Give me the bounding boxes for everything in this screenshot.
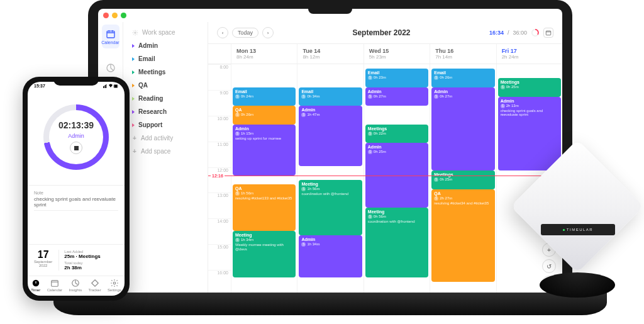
sidebar-workspace[interactable]: Work space bbox=[130, 26, 201, 39]
hour-label: 16:00 bbox=[208, 270, 231, 296]
time-sep: / bbox=[508, 30, 509, 36]
event-title: QA bbox=[235, 108, 293, 113]
event-duration: S0h 24m bbox=[235, 94, 293, 99]
activity-label: Reading bbox=[138, 95, 163, 102]
calendar-event[interactable]: MeetingsS0h 22m bbox=[365, 125, 428, 143]
calendar-event[interactable]: QAS2h 27mresolving #ticket34 and #ticket… bbox=[431, 189, 494, 282]
event-duration: S0h 34m bbox=[301, 94, 359, 99]
app-root: Calendar Work space AdminEmailMeetingsQA… bbox=[98, 22, 562, 296]
event-note: checking sprint goals and reevaluate spr… bbox=[501, 109, 558, 118]
event-note: resolving #ticket133 and #ticket35 bbox=[235, 196, 293, 201]
svg-rect-7 bbox=[105, 85, 106, 88]
note-input[interactable]: checking sprint goals and reevaluate spr… bbox=[34, 195, 118, 211]
sidebar-activity[interactable]: Meetings bbox=[130, 65, 201, 79]
hours-column: 8:009:0010:0011:0012:0013:0014:0015:0016… bbox=[208, 64, 231, 296]
day-col-wed[interactable]: EmailS0h 23mAdminS0h 27mMeetingsS0h 22mA… bbox=[364, 64, 430, 296]
sidebar-activity[interactable]: QA bbox=[130, 79, 201, 92]
calendar-event[interactable]: AdminS1h 47m bbox=[299, 106, 362, 166]
calendar-event[interactable]: MeetingsS0h 25m bbox=[498, 78, 561, 96]
summary-stats: Last Added25m · Meetings Total today2h 3… bbox=[58, 250, 100, 271]
tab-insights[interactable]: Insights bbox=[69, 279, 82, 292]
calendar-event[interactable]: AdminS0h 27m bbox=[365, 87, 428, 106]
svg-rect-4 bbox=[546, 31, 551, 35]
event-duration: S0h 27m bbox=[434, 94, 492, 99]
event-title: Admin bbox=[368, 89, 426, 94]
add-space-button[interactable]: +Add space bbox=[130, 145, 201, 158]
calendar-event[interactable]: AdminS1h 34m bbox=[299, 235, 362, 277]
tab-settings[interactable]: Settings bbox=[108, 279, 121, 292]
event-duration: S2h 27m bbox=[434, 196, 492, 201]
day-header[interactable]: Mon 138h 24m bbox=[231, 44, 297, 64]
hour-label: 14:00 bbox=[208, 218, 231, 244]
day-headers: Mon 138h 24mTue 148h 12mWed 155h 23mThu … bbox=[208, 44, 562, 64]
today-button[interactable]: Today bbox=[232, 28, 258, 38]
hour-label: 9:00 bbox=[208, 90, 231, 116]
svg-rect-6 bbox=[104, 86, 105, 88]
event-duration: S1h 15m bbox=[235, 131, 293, 136]
sidebar-activity[interactable]: Admin bbox=[130, 39, 201, 52]
day-header[interactable]: Fri 172h 24m bbox=[496, 44, 562, 64]
sidebar-activity[interactable]: Reading bbox=[130, 92, 201, 105]
prev-button[interactable]: ‹ bbox=[217, 27, 228, 38]
event-duration: S0h 27m bbox=[368, 94, 426, 99]
calendar-event[interactable]: AdminS0h 27m bbox=[431, 87, 494, 170]
phone-screen: 15:37 02:13:39 Admin Note checking sprin bbox=[28, 82, 125, 296]
calendar-event[interactable]: EmailS0h 26m bbox=[431, 69, 494, 87]
timer-ring: 02:13:39 Admin bbox=[43, 104, 109, 170]
tracker-device: TIMEULAR bbox=[521, 156, 634, 269]
calendar-event[interactable]: QAS0h 26m bbox=[233, 106, 296, 124]
sidebar-activity[interactable]: Research bbox=[130, 105, 201, 118]
next-button[interactable]: › bbox=[262, 27, 274, 38]
tab-tracker[interactable]: Tracker bbox=[89, 279, 101, 292]
minimize-window-button[interactable] bbox=[112, 13, 118, 18]
add-activity-button[interactable]: +Add activity bbox=[130, 131, 201, 145]
event-title: Meeting bbox=[368, 209, 426, 215]
progress-ring-icon bbox=[531, 28, 540, 37]
calendar-header: ‹ Today › September 2022 16:34 / 36:00 bbox=[208, 22, 562, 44]
stop-button[interactable] bbox=[70, 142, 82, 154]
event-title: QA bbox=[434, 191, 492, 196]
tab-timer[interactable]: Timer bbox=[31, 279, 40, 292]
svg-point-2 bbox=[135, 31, 136, 33]
timer-area: 02:13:39 Admin bbox=[28, 89, 125, 185]
day-header[interactable]: Thu 167h 14m bbox=[430, 44, 496, 64]
calendar-event[interactable]: AdminS1h 15msetting up sprint for mornee bbox=[233, 125, 296, 176]
calendar-event[interactable]: MeetingS0h 56mcoordination with @fronten… bbox=[365, 208, 428, 277]
timer-activity[interactable]: Admin bbox=[68, 133, 84, 139]
activity-label: Meetings bbox=[138, 69, 165, 75]
day-header[interactable]: Tue 148h 12m bbox=[297, 44, 363, 64]
calendar-event[interactable]: EmailS0h 24m bbox=[233, 87, 296, 106]
calendar-event[interactable]: MeetingS1h 34mWeekly mornee meeting with… bbox=[233, 231, 296, 277]
close-window-button[interactable] bbox=[103, 13, 109, 18]
sidebar-activity[interactable]: Email bbox=[130, 52, 201, 65]
day-summary: 2h 24m bbox=[502, 54, 557, 60]
maximize-window-button[interactable] bbox=[121, 13, 126, 18]
main-panel: ‹ Today › September 2022 16:34 / 36:00 bbox=[208, 22, 562, 296]
day-summary: 8h 12m bbox=[303, 54, 358, 60]
hour-label: 8:00 bbox=[208, 64, 231, 90]
day-col-thu[interactable]: EmailS0h 26mAdminS0h 27mMeetingsS0h 25mQ… bbox=[430, 64, 496, 296]
hour-label: 11:00 bbox=[208, 142, 231, 167]
day-header[interactable]: Wed 155h 23m bbox=[364, 44, 430, 64]
view-toggle-button[interactable] bbox=[543, 28, 553, 38]
event-title: Email bbox=[434, 70, 492, 75]
calendar-event[interactable]: QAS1h 56mresolving #ticket133 and #ticke… bbox=[233, 184, 296, 231]
calendar-event[interactable]: MeetingsS0h 25m bbox=[431, 170, 494, 189]
timer-elapsed: 02:13:39 bbox=[58, 120, 94, 130]
sidebar-activity[interactable]: Support bbox=[130, 118, 201, 131]
laptop-frame: Calendar Work space AdminEmailMeetingsQA… bbox=[88, 0, 572, 296]
event-duration: S1h 56m bbox=[301, 187, 359, 191]
calendar-event[interactable]: EmailS0h 34m bbox=[299, 87, 362, 106]
day-name: Mon 13 bbox=[236, 48, 292, 54]
calendar-grid[interactable]: 8:009:0010:0011:0012:0013:0014:0015:0016… bbox=[208, 64, 562, 296]
day-col-mon[interactable]: EmailS0h 24mQAS0h 26mAdminS1h 15msetting… bbox=[231, 64, 297, 296]
rail-calendar[interactable]: Calendar bbox=[102, 25, 119, 48]
tracker-body bbox=[511, 140, 644, 273]
tab-calendar[interactable]: Calendar bbox=[47, 279, 62, 292]
calendar-event[interactable]: MeetingS1h 56mcoordination with @fronten… bbox=[299, 180, 362, 235]
day-col-tue[interactable]: EmailS0h 34mAdminS1h 47mMeetingS1h 56mco… bbox=[297, 64, 363, 296]
summary-row: 17 September 2022 Last Added25m · Meetin… bbox=[28, 244, 125, 276]
calendar-event[interactable]: EmailS0h 23m bbox=[365, 69, 428, 87]
hour-label: 15:00 bbox=[208, 244, 231, 270]
svg-rect-10 bbox=[114, 85, 118, 87]
